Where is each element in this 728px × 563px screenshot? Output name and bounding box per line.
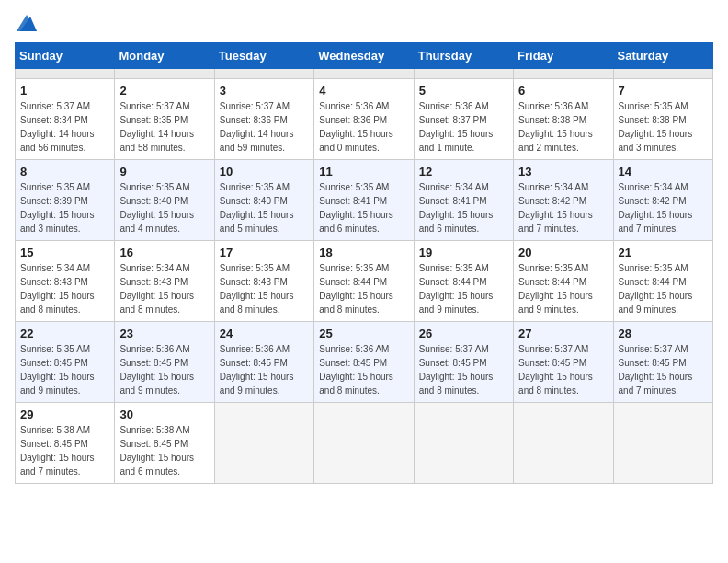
- calendar-week-row: 22Sunrise: 5:35 AM Sunset: 8:45 PM Dayli…: [16, 322, 713, 403]
- day-number: 11: [319, 165, 408, 178]
- day-info: Sunrise: 5:36 AM Sunset: 8:45 PM Dayligh…: [119, 342, 209, 397]
- calendar-week-row: 15Sunrise: 5:34 AM Sunset: 8:43 PM Dayli…: [16, 241, 713, 322]
- calendar-cell: 21Sunrise: 5:35 AM Sunset: 8:44 PM Dayli…: [613, 241, 712, 322]
- calendar-cell: 28Sunrise: 5:37 AM Sunset: 8:45 PM Dayli…: [613, 322, 712, 403]
- day-info: Sunrise: 5:37 AM Sunset: 8:45 PM Dayligh…: [419, 342, 508, 397]
- day-number: 1: [20, 84, 109, 98]
- calendar-cell: 19Sunrise: 5:35 AM Sunset: 8:44 PM Dayli…: [414, 241, 513, 322]
- calendar-cell: [214, 403, 313, 484]
- col-header-sunday: Sunday: [16, 43, 115, 69]
- day-info: Sunrise: 5:36 AM Sunset: 8:38 PM Dayligh…: [518, 99, 608, 155]
- calendar-cell: 24Sunrise: 5:36 AM Sunset: 8:45 PM Dayli…: [214, 322, 313, 403]
- calendar-cell: 8Sunrise: 5:35 AM Sunset: 8:39 PM Daylig…: [16, 160, 115, 241]
- calendar-cell: [613, 403, 712, 484]
- day-number: 2: [119, 84, 209, 98]
- calendar-cell: [214, 69, 313, 79]
- day-info: Sunrise: 5:37 AM Sunset: 8:45 PM Dayligh…: [518, 342, 608, 397]
- day-number: 28: [619, 327, 708, 340]
- calendar-cell: 14Sunrise: 5:34 AM Sunset: 8:42 PM Dayli…: [613, 160, 712, 241]
- day-info: Sunrise: 5:38 AM Sunset: 8:45 PM Dayligh…: [119, 423, 209, 478]
- calendar-cell: 22Sunrise: 5:35 AM Sunset: 8:45 PM Dayli…: [16, 322, 115, 403]
- day-number: 20: [518, 246, 608, 259]
- day-info: Sunrise: 5:36 AM Sunset: 8:36 PM Dayligh…: [319, 99, 408, 155]
- calendar-cell: 20Sunrise: 5:35 AM Sunset: 8:44 PM Dayli…: [514, 241, 613, 322]
- day-number: 14: [619, 165, 708, 178]
- calendar-cell: 10Sunrise: 5:35 AM Sunset: 8:40 PM Dayli…: [214, 160, 313, 241]
- calendar-cell: [414, 69, 513, 79]
- calendar-cell: 1Sunrise: 5:37 AM Sunset: 8:34 PM Daylig…: [16, 79, 115, 160]
- day-info: Sunrise: 5:35 AM Sunset: 8:38 PM Dayligh…: [619, 99, 708, 155]
- day-number: 18: [319, 246, 408, 259]
- day-info: Sunrise: 5:35 AM Sunset: 8:40 PM Dayligh…: [220, 180, 309, 236]
- calendar-cell: 30Sunrise: 5:38 AM Sunset: 8:45 PM Dayli…: [115, 403, 214, 484]
- day-number: 9: [119, 165, 209, 178]
- day-info: Sunrise: 5:35 AM Sunset: 8:45 PM Dayligh…: [20, 342, 109, 397]
- day-info: Sunrise: 5:35 AM Sunset: 8:39 PM Dayligh…: [20, 180, 109, 236]
- day-number: 12: [419, 165, 508, 178]
- day-number: 21: [619, 246, 708, 259]
- calendar-cell: 2Sunrise: 5:37 AM Sunset: 8:35 PM Daylig…: [115, 79, 214, 160]
- day-number: 27: [518, 327, 608, 340]
- day-info: Sunrise: 5:37 AM Sunset: 8:34 PM Dayligh…: [20, 99, 109, 155]
- day-number: 4: [319, 84, 408, 98]
- day-number: 13: [518, 165, 608, 178]
- day-info: Sunrise: 5:34 AM Sunset: 8:43 PM Dayligh…: [119, 261, 209, 316]
- day-number: 16: [119, 246, 209, 259]
- day-info: Sunrise: 5:35 AM Sunset: 8:41 PM Dayligh…: [319, 180, 408, 236]
- page-header: [15, 15, 713, 31]
- day-info: Sunrise: 5:36 AM Sunset: 8:37 PM Dayligh…: [419, 99, 508, 155]
- col-header-tuesday: Tuesday: [214, 43, 313, 69]
- day-number: 5: [419, 84, 508, 98]
- day-info: Sunrise: 5:37 AM Sunset: 8:36 PM Dayligh…: [220, 99, 309, 155]
- day-info: Sunrise: 5:35 AM Sunset: 8:44 PM Dayligh…: [419, 261, 508, 316]
- day-info: Sunrise: 5:35 AM Sunset: 8:44 PM Dayligh…: [518, 261, 608, 316]
- day-number: 17: [220, 246, 309, 259]
- day-number: 26: [419, 327, 508, 340]
- calendar-cell: [16, 69, 115, 79]
- day-number: 15: [20, 246, 109, 259]
- calendar-week-row: 1Sunrise: 5:37 AM Sunset: 8:34 PM Daylig…: [16, 79, 713, 160]
- day-info: Sunrise: 5:35 AM Sunset: 8:44 PM Dayligh…: [619, 261, 708, 316]
- calendar-cell: 3Sunrise: 5:37 AM Sunset: 8:36 PM Daylig…: [214, 79, 313, 160]
- calendar-cell: 29Sunrise: 5:38 AM Sunset: 8:45 PM Dayli…: [16, 403, 115, 484]
- day-number: 10: [220, 165, 309, 178]
- day-info: Sunrise: 5:35 AM Sunset: 8:43 PM Dayligh…: [220, 261, 309, 316]
- day-number: 8: [20, 165, 109, 178]
- day-number: 29: [20, 408, 109, 421]
- col-header-monday: Monday: [115, 43, 214, 69]
- calendar-cell: 27Sunrise: 5:37 AM Sunset: 8:45 PM Dayli…: [514, 322, 613, 403]
- calendar-cell: [314, 403, 414, 484]
- calendar-cell: [514, 403, 613, 484]
- calendar-cell: 11Sunrise: 5:35 AM Sunset: 8:41 PM Dayli…: [314, 160, 414, 241]
- calendar-cell: [115, 69, 214, 79]
- calendar-cell: 9Sunrise: 5:35 AM Sunset: 8:40 PM Daylig…: [115, 160, 214, 241]
- calendar-cell: 26Sunrise: 5:37 AM Sunset: 8:45 PM Dayli…: [414, 322, 513, 403]
- day-number: 30: [119, 408, 209, 421]
- col-header-wednesday: Wednesday: [314, 43, 414, 69]
- calendar-cell: 25Sunrise: 5:36 AM Sunset: 8:45 PM Dayli…: [314, 322, 414, 403]
- day-info: Sunrise: 5:34 AM Sunset: 8:42 PM Dayligh…: [619, 180, 708, 236]
- day-number: 3: [220, 84, 309, 98]
- day-number: 6: [518, 84, 608, 98]
- calendar-cell: [613, 69, 712, 79]
- col-header-saturday: Saturday: [613, 43, 712, 69]
- calendar-cell: [414, 403, 513, 484]
- calendar-cell: 5Sunrise: 5:36 AM Sunset: 8:37 PM Daylig…: [414, 79, 513, 160]
- calendar-week-row: 29Sunrise: 5:38 AM Sunset: 8:45 PM Dayli…: [16, 403, 713, 484]
- day-info: Sunrise: 5:36 AM Sunset: 8:45 PM Dayligh…: [220, 342, 309, 397]
- day-info: Sunrise: 5:35 AM Sunset: 8:40 PM Dayligh…: [119, 180, 209, 236]
- calendar-cell: 12Sunrise: 5:34 AM Sunset: 8:41 PM Dayli…: [414, 160, 513, 241]
- day-number: 7: [619, 84, 708, 98]
- day-info: Sunrise: 5:37 AM Sunset: 8:45 PM Dayligh…: [619, 342, 708, 397]
- col-header-friday: Friday: [514, 43, 613, 69]
- calendar-header-row: SundayMondayTuesdayWednesdayThursdayFrid…: [16, 43, 713, 69]
- logo-icon: [17, 15, 37, 31]
- day-number: 24: [220, 327, 309, 340]
- day-info: Sunrise: 5:34 AM Sunset: 8:41 PM Dayligh…: [419, 180, 508, 236]
- day-info: Sunrise: 5:38 AM Sunset: 8:45 PM Dayligh…: [20, 423, 109, 478]
- calendar-cell: 6Sunrise: 5:36 AM Sunset: 8:38 PM Daylig…: [514, 79, 613, 160]
- calendar-cell: [514, 69, 613, 79]
- calendar-cell: [314, 69, 414, 79]
- calendar-week-row: [16, 69, 713, 79]
- day-number: 23: [119, 327, 209, 340]
